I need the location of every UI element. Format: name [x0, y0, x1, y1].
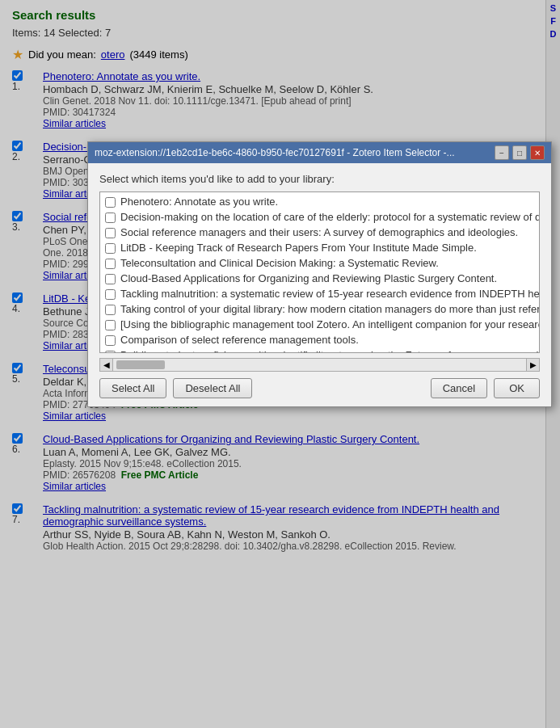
- dialog-item-row-7[interactable]: Tackling malnutrition: a systematic revi…: [100, 286, 539, 301]
- dialog-item-row-3[interactable]: Social reference managers and their user…: [100, 225, 539, 240]
- dialog-item-row-5[interactable]: Teleconsultation and Clinical Decision M…: [100, 255, 539, 271]
- dialog-item-checkbox-3[interactable]: [105, 228, 116, 238]
- dialog-item-text-2: Decision-making on the location of care …: [120, 211, 540, 223]
- dialog-item-checkbox-10[interactable]: [105, 335, 116, 346]
- dialog-close-button[interactable]: ✕: [530, 145, 545, 160]
- cancel-button[interactable]: Cancel: [431, 378, 487, 398]
- dialog-titlebar-controls: − □ ✕: [495, 145, 545, 160]
- dialog-item-row-1[interactable]: Phenotero: Annotate as you write.: [100, 194, 539, 209]
- item-list: Phenotero: Annotate as you write.Decisio…: [100, 192, 539, 353]
- dialog-actions: Select All Deselect All Cancel OK: [99, 378, 540, 398]
- ok-button[interactable]: OK: [494, 378, 540, 398]
- scroll-left-btn[interactable]: ◀: [100, 359, 113, 371]
- dialog-actions-left: Select All Deselect All: [99, 378, 252, 398]
- deselect-all-button[interactable]: Deselect All: [173, 378, 252, 398]
- dialog-item-row-6[interactable]: Cloud-Based Applications for Organizing …: [100, 271, 539, 286]
- dialog-item-checkbox-11[interactable]: [105, 351, 116, 353]
- dialog-item-row-8[interactable]: Taking control of your digital library: …: [100, 301, 539, 317]
- dialog-item-row-10[interactable]: Comparison of select reference managemen…: [100, 332, 539, 347]
- dialog-item-text-11: Building student proficiency with scient…: [120, 349, 540, 353]
- dialog-item-row-2[interactable]: Decision-making on the location of care …: [100, 209, 539, 225]
- dialog-item-text-7: Tackling malnutrition: a systematic revi…: [120, 288, 540, 300]
- dialog-item-text-5: Teleconsultation and Clinical Decision M…: [120, 257, 439, 269]
- dialog-item-row-4[interactable]: LitDB - Keeping Track of Research Papers…: [100, 240, 539, 255]
- dialog-item-text-1: Phenotero: Annotate as you write.: [120, 196, 278, 208]
- dialog-item-text-6: Cloud-Based Applications for Organizing …: [120, 272, 497, 284]
- zotero-dialog: moz-extension://1eb2cd1e-be6c-4860-b950-…: [87, 141, 552, 407]
- dialog-item-text-3: Social reference managers and their user…: [120, 226, 518, 238]
- dialog-item-checkbox-1[interactable]: [105, 197, 116, 208]
- dialog-titlebar: moz-extension://1eb2cd1e-be6c-4860-b950-…: [88, 142, 551, 163]
- dialog-item-text-4: LitDB - Keeping Track of Research Papers…: [120, 242, 477, 254]
- scroll-right-btn[interactable]: ▶: [526, 359, 539, 371]
- dialog-maximize-button[interactable]: □: [512, 145, 527, 160]
- scrollbar-thumb: [116, 360, 165, 369]
- dialog-prompt: Select which items you'd like to add to …: [99, 173, 540, 185]
- dialog-item-checkbox-9[interactable]: [105, 320, 116, 330]
- dialog-item-checkbox-4[interactable]: [105, 243, 116, 254]
- dialog-item-row-9[interactable]: [Using the bibliographic management tool…: [100, 317, 539, 332]
- dialog-titlebar-title: moz-extension://1eb2cd1e-be6c-4860-b950-…: [95, 147, 495, 158]
- dialog-item-text-10: Comparison of select reference managemen…: [120, 334, 359, 346]
- dialog-item-row-11[interactable]: Building student proficiency with scient…: [100, 347, 539, 353]
- dialog-item-checkbox-8[interactable]: [105, 305, 116, 315]
- dialog-item-text-9: [Using the bibliographic management tool…: [120, 318, 540, 330]
- dialog-item-checkbox-5[interactable]: [105, 259, 116, 269]
- dialog-item-text-8: Taking control of your digital library: …: [120, 303, 540, 315]
- dialog-item-checkbox-7[interactable]: [105, 289, 116, 300]
- item-list-container[interactable]: Phenotero: Annotate as you write.Decisio…: [99, 191, 540, 353]
- dialog-item-checkbox-2[interactable]: [105, 213, 116, 223]
- dialog-minimize-button[interactable]: −: [495, 145, 509, 160]
- dialog-body: Select which items you'd like to add to …: [88, 163, 551, 406]
- horizontal-scrollbar[interactable]: ◀ ▶: [99, 358, 540, 372]
- dialog-item-checkbox-6[interactable]: [105, 274, 116, 284]
- select-all-button[interactable]: Select All: [99, 378, 166, 398]
- dialog-actions-right: Cancel OK: [431, 378, 540, 398]
